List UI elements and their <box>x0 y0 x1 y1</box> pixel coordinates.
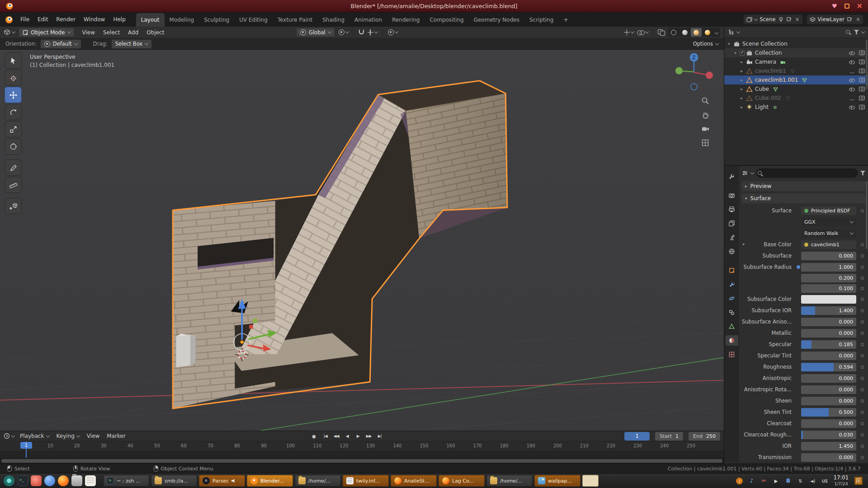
timeline-menu-keying[interactable]: Keying <box>53 432 83 441</box>
outliner-row-scene-collection[interactable]: ▾Scene Collection <box>724 39 868 48</box>
tool-move-button[interactable] <box>5 87 22 103</box>
playback-prev-key-button[interactable]: ◀◀ <box>331 432 341 441</box>
launcher-browser-icon[interactable] <box>44 475 55 486</box>
collection-checkbox[interactable] <box>740 51 745 56</box>
keyframe-dot-icon[interactable] <box>861 254 864 258</box>
properties-tab-physics[interactable] <box>726 293 738 304</box>
timeline-menu-view[interactable]: View <box>83 432 103 441</box>
disclosure-icon[interactable]: ▸ <box>743 242 745 246</box>
editor-outliner-icon[interactable] <box>728 29 734 35</box>
playback-play-button[interactable]: ▶ <box>353 432 363 441</box>
value-slider-field[interactable]: 0.594 <box>801 363 856 371</box>
outliner-row-cube[interactable]: ▸Cube <box>724 84 868 94</box>
playback-next-key-button[interactable]: ▶▶ <box>364 432 374 441</box>
value-slider-field[interactable]: 0.000 <box>801 419 856 428</box>
outliner-search-icon[interactable] <box>845 29 851 35</box>
blender-menu-icon[interactable] <box>5 15 14 24</box>
hide-in-viewport-icon[interactable] <box>849 50 855 56</box>
value-slider-field[interactable]: 0.100 <box>801 284 856 293</box>
value-slider-field[interactable]: 0.030 <box>801 431 856 439</box>
outliner-row-cube-002[interactable]: ▸Cube.002 <box>724 94 868 103</box>
disable-in-renders-icon[interactable] <box>859 69 865 73</box>
disable-in-renders-icon[interactable] <box>859 105 865 109</box>
value-slider-field[interactable]: 0.000 <box>801 352 856 360</box>
value-slider-field[interactable]: 0.000 <box>801 318 856 326</box>
menu-file[interactable]: File <box>16 14 33 24</box>
distribution-dropdown[interactable]: GGX <box>801 218 856 226</box>
snap-toggle[interactable] <box>359 30 364 34</box>
tab-modeling[interactable]: Modeling <box>165 13 199 27</box>
disable-in-renders-icon[interactable] <box>859 87 865 91</box>
tab-geometry-nodes[interactable]: Geometry Nodes <box>469 13 524 27</box>
tool-rotate-button[interactable] <box>5 104 22 120</box>
frame-start-field[interactable]: Start 1 <box>655 432 683 441</box>
disable-in-renders-icon[interactable] <box>859 51 865 55</box>
keyframe-dot-icon[interactable] <box>861 354 864 357</box>
tray-info-icon[interactable]: i <box>736 478 743 484</box>
caveclimb-structure[interactable] <box>173 81 507 408</box>
outliner-filter-icon[interactable] <box>854 30 859 34</box>
keyframe-dot-icon[interactable] <box>861 388 864 391</box>
menu-window[interactable]: Window <box>80 14 109 24</box>
orientation-setting-dropdown[interactable]: Default <box>40 39 81 49</box>
snap-target-dropdown[interactable] <box>368 29 377 35</box>
editor-type-selector[interactable] <box>4 29 15 36</box>
properties-tab-material[interactable] <box>726 335 738 346</box>
surface-panel-header[interactable]: ▾ Surface <box>742 193 865 203</box>
value-slider-field[interactable]: 0.000 <box>801 453 856 462</box>
outliner-row-caveclimb1[interactable]: ▸caveclimb1 <box>724 66 868 75</box>
window-favorite-button[interactable]: ♥ <box>832 3 837 9</box>
outliner-row-camera[interactable]: ▸Camera <box>724 57 868 66</box>
base-color-field[interactable]: caveclimb1 <box>801 240 856 249</box>
viewport-3d[interactable]: User Perspective (1) Collection | cavecl… <box>0 50 724 431</box>
camera-view-icon[interactable] <box>700 124 710 134</box>
taskbar-window-home[interactable]: /home/... <box>295 475 341 487</box>
properties-tab-constraints[interactable] <box>726 307 738 318</box>
launcher-files-icon[interactable] <box>71 475 82 486</box>
keyframe-dot-icon[interactable] <box>861 343 864 346</box>
tray-music-icon[interactable]: ♪ <box>749 478 755 484</box>
tool-scale-button[interactable] <box>5 121 22 137</box>
keyframe-dot-icon[interactable] <box>861 433 864 436</box>
xray-toggle[interactable] <box>658 29 665 35</box>
transform-orientation-dropdown[interactable]: Global <box>296 28 335 37</box>
properties-search-input[interactable] <box>756 169 858 178</box>
tab-shading[interactable]: Shading <box>317 13 349 27</box>
value-slider-field[interactable]: 1.000 <box>801 263 856 272</box>
tab-scripting[interactable]: Scripting <box>524 13 558 27</box>
value-slider-field[interactable]: 0.200 <box>801 274 856 282</box>
tool-add-cube-button[interactable] <box>5 198 22 214</box>
taskbar-window-blender[interactable]: Blender... <box>247 475 293 487</box>
new-viewlayer-icon[interactable] <box>847 17 853 23</box>
value-slider-field[interactable]: 0.000 <box>801 374 856 383</box>
properties-tab-tool[interactable] <box>726 171 738 182</box>
disable-in-renders-icon[interactable] <box>859 60 865 64</box>
tab-uv-editing[interactable]: UV Editing <box>234 13 273 27</box>
options-dropdown[interactable]: Options <box>693 41 718 47</box>
tab-texture-paint[interactable]: Texture Paint <box>273 13 317 27</box>
tool-annotate-button[interactable] <box>5 160 22 176</box>
keyframe-dot-icon[interactable] <box>861 298 864 301</box>
launcher-menu-icon[interactable] <box>4 475 14 486</box>
disclosure-icon[interactable]: ▾ <box>732 51 738 55</box>
properties-filter-icon[interactable] <box>860 171 865 175</box>
disclosure-icon[interactable]: ▸ <box>739 78 745 82</box>
show-overlays-dropdown[interactable] <box>637 30 648 35</box>
viewlayer-selector[interactable]: ViewLayer × <box>807 14 863 24</box>
value-slider-field[interactable]: 0.000 <box>801 397 856 405</box>
timeline-ruler[interactable]: 1102030405060708090100110120130140150160… <box>0 441 724 451</box>
preview-panel-header[interactable]: ▸ Preview <box>742 181 865 191</box>
timeline-menu-playback[interactable]: Playback <box>16 432 53 441</box>
tray-play-icon[interactable]: ▶ <box>773 479 779 483</box>
menu-edit[interactable]: Edit <box>33 14 52 24</box>
viewport-menu-select[interactable]: Select <box>99 28 124 38</box>
keyframe-dot-icon[interactable] <box>861 332 864 335</box>
tool-transform-button[interactable] <box>5 138 22 155</box>
tool-cursor-button[interactable] <box>5 70 22 86</box>
properties-tab-object-data[interactable] <box>726 321 738 332</box>
disable-in-renders-icon[interactable] <box>859 96 865 100</box>
unlink-scene-button[interactable]: × <box>795 16 800 23</box>
timeline-menu-marker[interactable]: Marker <box>103 432 129 441</box>
taskbar-window-home[interactable]: /home/... <box>486 475 533 487</box>
tray-updown-icon[interactable]: ⇅ <box>797 479 804 483</box>
